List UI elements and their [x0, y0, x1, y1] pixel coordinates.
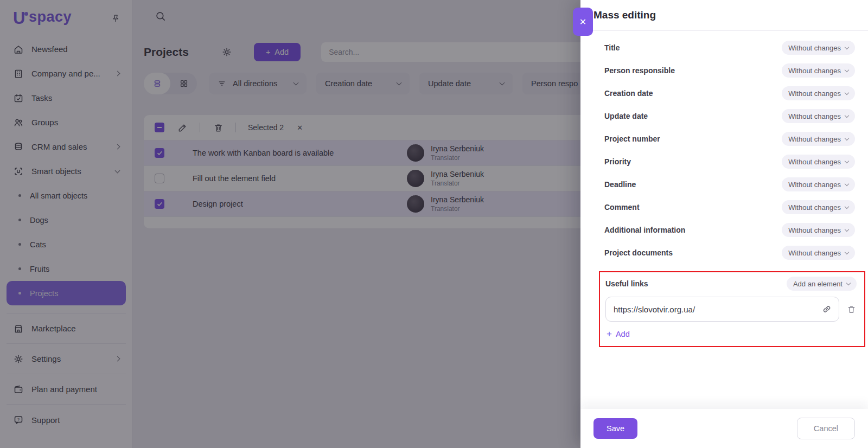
add-an-element-select[interactable]: Add an element: [787, 277, 857, 291]
pill-label: Without changes: [788, 203, 841, 212]
pill-label: Without changes: [788, 249, 841, 257]
modal-backdrop[interactable]: [0, 0, 580, 448]
chevron-down-icon: [845, 67, 849, 72]
field-label: Comment: [604, 203, 640, 212]
chevron-down-icon: [845, 113, 849, 117]
chevron-down-icon: [845, 44, 849, 49]
chevron-down-icon: [845, 136, 849, 140]
close-panel-button[interactable]: ✕: [573, 8, 593, 36]
add-link-label: Add: [616, 330, 630, 338]
pill-label: Without changes: [788, 181, 841, 189]
field-row-comment: Comment Without changes: [604, 196, 855, 219]
field-row-useful-links: Useful links Add an element: [605, 276, 857, 292]
field-mode-select[interactable]: Without changes: [782, 223, 855, 237]
chevron-down-icon: [845, 204, 849, 208]
field-label: Project number: [604, 135, 660, 143]
chevron-down-icon: [846, 280, 851, 285]
pill-label: Without changes: [788, 158, 841, 166]
field-mode-select[interactable]: Without changes: [782, 109, 855, 123]
field-label: Creation date: [604, 89, 653, 98]
useful-link-input[interactable]: [605, 297, 839, 322]
field-row-project-documents: Project documents Without changes: [604, 241, 855, 264]
pill-label: Without changes: [788, 89, 841, 98]
plus-icon: +: [607, 329, 612, 338]
field-label: Project documents: [604, 248, 673, 257]
pill-label: Without changes: [788, 67, 841, 75]
save-button[interactable]: Save: [593, 418, 637, 439]
field-mode-select[interactable]: Without changes: [782, 200, 855, 214]
field-mode-select[interactable]: Without changes: [782, 63, 855, 78]
field-label: Additional information: [604, 226, 685, 234]
cancel-button[interactable]: Cancel: [797, 418, 855, 439]
close-icon: ✕: [579, 17, 586, 27]
field-mode-select[interactable]: Without changes: [782, 86, 855, 100]
useful-links-section-highlighted: Useful links Add an element +: [599, 271, 865, 347]
panel-body: Title Without changes Person responsible…: [580, 31, 868, 347]
pill-label: Without changes: [788, 135, 841, 143]
panel-header: Mass editing: [580, 0, 868, 31]
panel-footer: Save Cancel: [580, 409, 868, 448]
url-row: [605, 297, 857, 322]
field-mode-select[interactable]: Without changes: [782, 246, 855, 260]
link-icon: [821, 304, 832, 315]
field-row-update-date: Update date Without changes: [604, 105, 855, 127]
field-row-project-number: Project number Without changes: [604, 127, 855, 150]
field-label: Deadline: [604, 180, 636, 189]
pill-label: Without changes: [788, 112, 841, 120]
field-label: Useful links: [605, 279, 648, 288]
pill-label: Without changes: [788, 44, 841, 52]
chevron-down-icon: [845, 90, 849, 94]
field-label: Title: [604, 43, 620, 52]
add-link-button[interactable]: + Add: [605, 328, 631, 340]
delete-link-button[interactable]: [846, 304, 857, 315]
field-label: Update date: [604, 112, 648, 120]
pill-label: Add an element: [793, 280, 843, 288]
panel-title: Mass editing: [593, 9, 656, 21]
field-row-creation-date: Creation date Without changes: [604, 82, 855, 105]
trash-icon: [846, 304, 857, 315]
pill-label: Without changes: [788, 226, 841, 234]
field-row-person-responsible: Person responsible Without changes: [604, 59, 855, 82]
field-mode-select[interactable]: Without changes: [782, 41, 855, 55]
field-row-deadline: Deadline Without changes: [604, 173, 855, 196]
chevron-down-icon: [845, 227, 849, 231]
chevron-down-icon: [845, 249, 849, 254]
field-mode-select[interactable]: Without changes: [782, 177, 855, 191]
field-label: Priority: [604, 157, 631, 166]
field-mode-select[interactable]: Without changes: [782, 132, 855, 146]
field-row-title: Title Without changes: [604, 36, 855, 59]
field-label: Person responsible: [604, 66, 675, 75]
uspacy-app: U spacy Newsfeed Company and pe...: [0, 0, 868, 448]
field-mode-select[interactable]: Without changes: [782, 155, 855, 169]
mass-editing-panel: ✕ Mass editing Title Without changes Per…: [580, 0, 868, 448]
field-row-additional-information: Additional information Without changes: [604, 219, 855, 241]
chevron-down-icon: [845, 181, 849, 185]
field-row-priority: Priority Without changes: [604, 150, 855, 173]
chevron-down-icon: [845, 158, 849, 163]
